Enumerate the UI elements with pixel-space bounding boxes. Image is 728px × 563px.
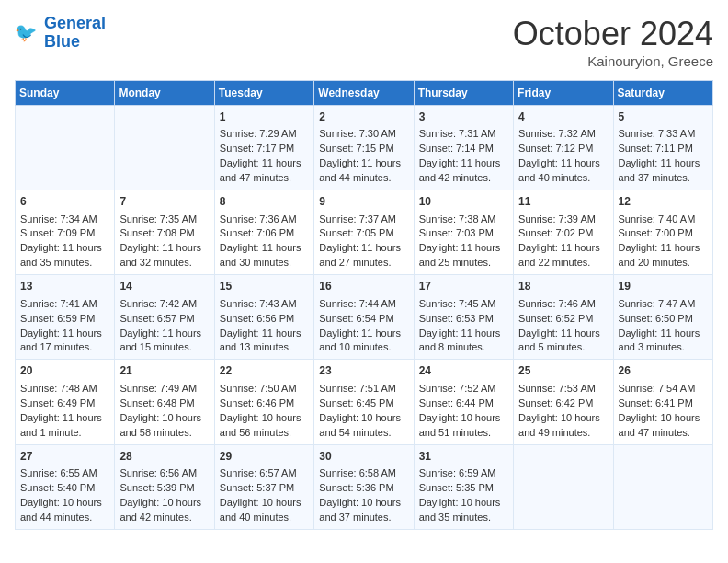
day-number: 4: [518, 109, 608, 125]
sunset-text: Sunset: 7:08 PM: [119, 226, 209, 241]
daylight-text: Daylight: 10 hours and 51 minutes.: [419, 411, 508, 441]
day-number: 5: [619, 109, 708, 125]
day-number: 6: [20, 194, 109, 210]
sunrise-text: Sunrise: 7:42 AM: [119, 297, 209, 312]
logo-text: General Blue: [44, 15, 106, 52]
day-number: 7: [119, 194, 209, 210]
sunset-text: Sunset: 7:05 PM: [319, 226, 408, 241]
sunrise-text: Sunrise: 7:38 AM: [419, 213, 508, 227]
day-number: 16: [319, 279, 408, 294]
calendar-cell: 2Sunrise: 7:30 AMSunset: 7:15 PMDaylight…: [314, 106, 414, 190]
sunrise-text: Sunrise: 7:46 AM: [518, 297, 608, 312]
sunset-text: Sunset: 5:35 PM: [419, 481, 508, 496]
daylight-text: Daylight: 10 hours and 35 minutes.: [419, 496, 508, 525]
sunset-text: Sunset: 6:48 PM: [119, 396, 209, 411]
daylight-text: Daylight: 10 hours and 49 minutes.: [518, 411, 608, 441]
day-number: 24: [419, 363, 508, 379]
daylight-text: Daylight: 11 hours and 37 minutes.: [619, 156, 708, 186]
calendar-cell: 25Sunrise: 7:53 AMSunset: 6:42 PMDayligh…: [514, 360, 613, 444]
day-number: 29: [220, 449, 309, 465]
daylight-text: Daylight: 10 hours and 58 minutes.: [119, 411, 209, 441]
daylight-text: Daylight: 11 hours and 25 minutes.: [419, 241, 508, 270]
sunrise-text: Sunrise: 7:50 AM: [220, 382, 309, 396]
sunset-text: Sunset: 7:14 PM: [419, 142, 508, 156]
day-header-friday: Friday: [514, 81, 613, 106]
day-number: 22: [220, 363, 309, 379]
calendar-cell: 27Sunrise: 6:55 AMSunset: 5:40 PMDayligh…: [16, 444, 115, 529]
sunrise-text: Sunrise: 7:52 AM: [419, 382, 508, 396]
sunset-text: Sunset: 5:36 PM: [319, 481, 408, 496]
day-number: 19: [619, 279, 708, 294]
calendar-header: SundayMondayTuesdayWednesdayThursdayFrid…: [16, 81, 713, 106]
daylight-text: Daylight: 11 hours and 10 minutes.: [319, 327, 408, 356]
calendar-cell: 26Sunrise: 7:54 AMSunset: 6:41 PMDayligh…: [613, 360, 712, 444]
day-number: 26: [619, 363, 708, 379]
calendar-cell: 10Sunrise: 7:38 AMSunset: 7:03 PMDayligh…: [414, 190, 513, 275]
sunset-text: Sunset: 5:39 PM: [119, 481, 209, 496]
calendar-cell: 18Sunrise: 7:46 AMSunset: 6:52 PMDayligh…: [514, 275, 613, 360]
logo-general: General: [44, 14, 106, 32]
daylight-text: Daylight: 10 hours and 47 minutes.: [619, 411, 708, 441]
daylight-text: Daylight: 10 hours and 54 minutes.: [319, 411, 408, 441]
sunrise-text: Sunrise: 7:37 AM: [319, 213, 408, 227]
calendar-cell: 11Sunrise: 7:39 AMSunset: 7:02 PMDayligh…: [514, 190, 613, 275]
sunrise-text: Sunrise: 7:33 AM: [619, 127, 708, 142]
logo-icon: 🐦: [15, 20, 40, 46]
daylight-text: Daylight: 11 hours and 5 minutes.: [518, 327, 608, 356]
sunrise-text: Sunrise: 7:29 AM: [220, 127, 309, 142]
daylight-text: Daylight: 11 hours and 40 minutes.: [518, 156, 608, 186]
sunrise-text: Sunrise: 7:43 AM: [220, 297, 309, 312]
daylight-text: Daylight: 10 hours and 40 minutes.: [220, 496, 309, 525]
daylight-text: Daylight: 11 hours and 30 minutes.: [220, 241, 309, 270]
sunrise-text: Sunrise: 7:49 AM: [119, 382, 209, 396]
daylight-text: Daylight: 11 hours and 44 minutes.: [319, 156, 408, 186]
title-block: October 2024 Kainouryion, Greece: [513, 15, 713, 69]
daylight-text: Daylight: 11 hours and 35 minutes.: [20, 241, 109, 270]
calendar-cell: 9Sunrise: 7:37 AMSunset: 7:05 PMDaylight…: [314, 190, 414, 275]
calendar-cell: 6Sunrise: 7:34 AMSunset: 7:09 PMDaylight…: [16, 190, 115, 275]
day-number: 12: [619, 194, 708, 210]
calendar-cell: 17Sunrise: 7:45 AMSunset: 6:53 PMDayligh…: [414, 275, 513, 360]
calendar-cell: 29Sunrise: 6:57 AMSunset: 5:37 PMDayligh…: [214, 444, 313, 529]
sunset-text: Sunset: 6:49 PM: [20, 396, 109, 411]
day-number: 18: [518, 279, 608, 294]
sunrise-text: Sunrise: 7:35 AM: [119, 213, 209, 227]
calendar-cell: 14Sunrise: 7:42 AMSunset: 6:57 PMDayligh…: [115, 275, 214, 360]
day-number: 10: [419, 194, 508, 210]
day-number: 31: [419, 449, 508, 465]
daylight-text: Daylight: 10 hours and 56 minutes.: [220, 411, 309, 441]
calendar-table: SundayMondayTuesdayWednesdayThursdayFrid…: [15, 80, 713, 530]
calendar-cell: 21Sunrise: 7:49 AMSunset: 6:48 PMDayligh…: [115, 360, 214, 444]
calendar-cell: 4Sunrise: 7:32 AMSunset: 7:12 PMDaylight…: [514, 106, 613, 190]
sunset-text: Sunset: 6:53 PM: [419, 312, 508, 327]
sunrise-text: Sunrise: 7:39 AM: [518, 213, 608, 227]
sunrise-text: Sunrise: 6:55 AM: [20, 466, 109, 481]
sunset-text: Sunset: 6:59 PM: [20, 312, 109, 327]
day-header-monday: Monday: [115, 81, 214, 106]
sunrise-text: Sunrise: 7:34 AM: [20, 213, 109, 227]
sunrise-text: Sunrise: 7:41 AM: [20, 297, 109, 312]
sunset-text: Sunset: 7:06 PM: [220, 226, 309, 241]
sunrise-text: Sunrise: 7:45 AM: [419, 297, 508, 312]
calendar-cell: 31Sunrise: 6:59 AMSunset: 5:35 PMDayligh…: [414, 444, 513, 529]
day-number: 1: [220, 109, 309, 125]
day-number: 3: [419, 109, 508, 125]
sunrise-text: Sunrise: 7:36 AM: [220, 213, 309, 227]
day-number: 25: [518, 363, 608, 379]
sunrise-text: Sunrise: 7:44 AM: [319, 297, 408, 312]
day-number: 23: [319, 363, 408, 379]
calendar-cell: 16Sunrise: 7:44 AMSunset: 6:54 PMDayligh…: [314, 275, 414, 360]
day-number: 21: [119, 363, 209, 379]
day-number: 28: [119, 449, 209, 465]
calendar-body: 1Sunrise: 7:29 AMSunset: 7:17 PMDaylight…: [16, 106, 713, 530]
sunset-text: Sunset: 6:42 PM: [518, 396, 608, 411]
daylight-text: Daylight: 11 hours and 13 minutes.: [220, 327, 309, 356]
week-row-3: 13Sunrise: 7:41 AMSunset: 6:59 PMDayligh…: [16, 275, 713, 360]
daylight-text: Daylight: 11 hours and 20 minutes.: [619, 241, 708, 270]
calendar-cell: 20Sunrise: 7:48 AMSunset: 6:49 PMDayligh…: [16, 360, 115, 444]
day-header-thursday: Thursday: [414, 81, 513, 106]
sunrise-text: Sunrise: 7:31 AM: [419, 127, 508, 142]
week-row-1: 1Sunrise: 7:29 AMSunset: 7:17 PMDaylight…: [16, 106, 713, 190]
calendar-cell: 28Sunrise: 6:56 AMSunset: 5:39 PMDayligh…: [115, 444, 214, 529]
sunset-text: Sunset: 6:41 PM: [619, 396, 708, 411]
